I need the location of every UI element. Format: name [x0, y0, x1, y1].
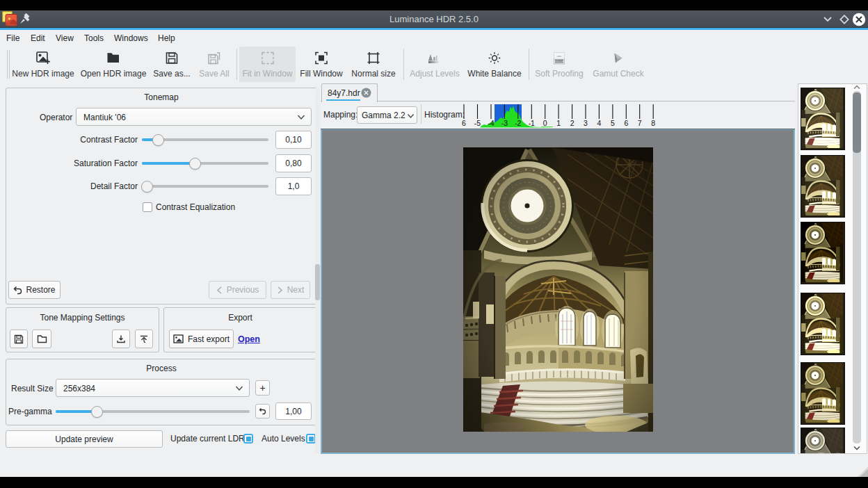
svg-text:8: 8 [651, 119, 655, 127]
svg-text:-4: -4 [488, 119, 494, 127]
svg-text:5: 5 [611, 119, 615, 127]
svg-text:6: 6 [624, 119, 628, 127]
svg-text:-3: -3 [501, 119, 508, 127]
svg-text:1: 1 [556, 119, 561, 127]
svg-text:-1: -1 [529, 119, 535, 127]
svg-text:4: 4 [597, 119, 601, 127]
svg-text:2: 2 [570, 119, 574, 127]
svg-text:7: 7 [638, 119, 642, 127]
svg-text:-2: -2 [515, 119, 521, 127]
svg-text:-5: -5 [474, 119, 481, 127]
svg-text:PROOF: PROOF [555, 60, 563, 63]
svg-text:0: 0 [543, 119, 547, 127]
svg-text:6: 6 [462, 119, 466, 127]
svg-text:3: 3 [584, 119, 588, 127]
